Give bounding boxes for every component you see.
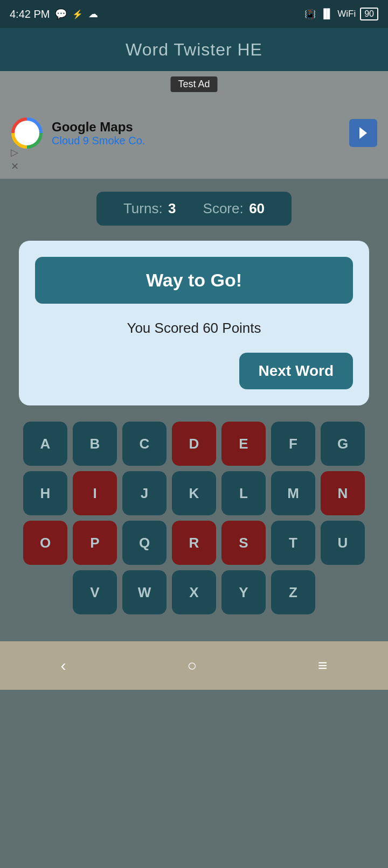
keyboard-row-1: A B C D E F G bbox=[5, 422, 383, 466]
status-left: 4:42 PM 💬 ⚡ ☁ bbox=[10, 8, 98, 20]
ad-company-title: Google Maps bbox=[52, 120, 145, 135]
key-w[interactable]: W bbox=[122, 570, 167, 614]
vibrate-icon: 📳 bbox=[304, 9, 316, 20]
key-a[interactable]: A bbox=[23, 422, 67, 466]
keyboard-area: A B C D E F G H I J K L M N O P Q R S T … bbox=[0, 416, 388, 614]
keyboard-row-2: H I J K L M N bbox=[5, 471, 383, 515]
key-d[interactable]: D bbox=[172, 422, 216, 466]
home-button[interactable]: ○ bbox=[187, 656, 197, 675]
next-word-row: Next Word bbox=[35, 353, 353, 389]
key-m[interactable]: M bbox=[271, 471, 315, 515]
nav-bar: ‹ ○ ≡ bbox=[0, 641, 388, 690]
wifi-icon: WiFi bbox=[337, 9, 356, 19]
score-text: Score: bbox=[203, 200, 244, 216]
key-z[interactable]: Z bbox=[271, 570, 315, 614]
key-g[interactable]: G bbox=[321, 422, 365, 466]
score-value: 60 bbox=[249, 200, 265, 216]
turns-value: 3 bbox=[168, 200, 176, 216]
battery-value: 90 bbox=[364, 9, 374, 18]
ad-company-subtitle: Cloud 9 Smoke Co. bbox=[52, 135, 145, 147]
ad-content: Google Maps Cloud 9 Smoke Co. bbox=[11, 117, 145, 149]
key-s[interactable]: S bbox=[221, 521, 266, 565]
key-b[interactable]: B bbox=[73, 422, 117, 466]
key-v[interactable]: V bbox=[73, 570, 117, 614]
key-l[interactable]: L bbox=[221, 471, 266, 515]
key-f[interactable]: F bbox=[271, 422, 315, 466]
svg-marker-2 bbox=[359, 127, 367, 139]
score-bar: Turns: 3 Score: 60 bbox=[0, 179, 388, 235]
app-title: Word Twister HE bbox=[126, 40, 262, 60]
key-i[interactable]: I bbox=[73, 471, 117, 515]
next-word-button[interactable]: Next Word bbox=[239, 353, 354, 389]
scored-text: You Scored 60 Points bbox=[35, 320, 353, 337]
key-n[interactable]: N bbox=[321, 471, 365, 515]
turns-label: Turns: 3 bbox=[123, 200, 176, 217]
key-r[interactable]: R bbox=[172, 521, 216, 565]
score-box: Turns: 3 Score: 60 bbox=[96, 192, 292, 226]
usb-icon: ⚡ bbox=[72, 9, 83, 19]
google-maps-icon bbox=[11, 117, 43, 149]
whatsapp-icon: 💬 bbox=[55, 8, 67, 20]
status-time: 4:42 PM bbox=[10, 8, 50, 20]
score-label: Score: 60 bbox=[203, 200, 265, 217]
key-j[interactable]: J bbox=[122, 471, 167, 515]
ad-label: Test Ad bbox=[170, 76, 217, 92]
key-e[interactable]: E bbox=[221, 422, 266, 466]
key-h[interactable]: H bbox=[23, 471, 67, 515]
nav-arrow-icon bbox=[355, 125, 371, 141]
key-c[interactable]: C bbox=[122, 422, 167, 466]
app-header: Word Twister HE bbox=[0, 28, 388, 71]
status-right: 📳 ▐▌ WiFi 90 bbox=[304, 8, 378, 20]
key-p[interactable]: P bbox=[73, 521, 117, 565]
key-k[interactable]: K bbox=[172, 471, 216, 515]
modal-area: Way to Go! You Scored 60 Points Next Wor… bbox=[0, 235, 388, 416]
way-to-go-banner: Way to Go! bbox=[35, 257, 353, 304]
ad-text-block: Google Maps Cloud 9 Smoke Co. bbox=[52, 120, 145, 147]
next-word-label: Next Word bbox=[259, 362, 334, 379]
key-u[interactable]: U bbox=[321, 521, 365, 565]
menu-button[interactable]: ≡ bbox=[318, 656, 328, 675]
svg-point-1 bbox=[22, 128, 32, 138]
keyboard-row-3: O P Q R S T U bbox=[5, 521, 383, 565]
key-t[interactable]: T bbox=[271, 521, 315, 565]
turns-text: Turns: bbox=[123, 200, 163, 216]
battery-indicator: 90 bbox=[360, 8, 378, 20]
cloud-icon: ☁ bbox=[88, 8, 98, 20]
ad-nav-icon[interactable] bbox=[349, 119, 377, 147]
back-button[interactable]: ‹ bbox=[60, 656, 66, 675]
key-x[interactable]: X bbox=[172, 570, 216, 614]
ad-play-icon: ▷ bbox=[11, 146, 19, 158]
ad-close-icon: ✕ bbox=[11, 160, 19, 172]
status-bar: 4:42 PM 💬 ⚡ ☁ 📳 ▐▌ WiFi 90 bbox=[0, 0, 388, 28]
ad-banner: Test Ad Google Maps Cloud 9 Smoke Co. ▷ … bbox=[0, 71, 388, 179]
signal-icon: ▐▌ bbox=[320, 9, 333, 19]
key-o[interactable]: O bbox=[23, 521, 67, 565]
way-to-go-text: Way to Go! bbox=[146, 270, 242, 290]
keyboard-row-4: V W X Y Z bbox=[5, 570, 383, 614]
key-y[interactable]: Y bbox=[221, 570, 266, 614]
key-q[interactable]: Q bbox=[122, 521, 167, 565]
modal-card: Way to Go! You Scored 60 Points Next Wor… bbox=[19, 241, 369, 405]
ad-bottom-icons: ▷ ✕ bbox=[11, 146, 19, 172]
